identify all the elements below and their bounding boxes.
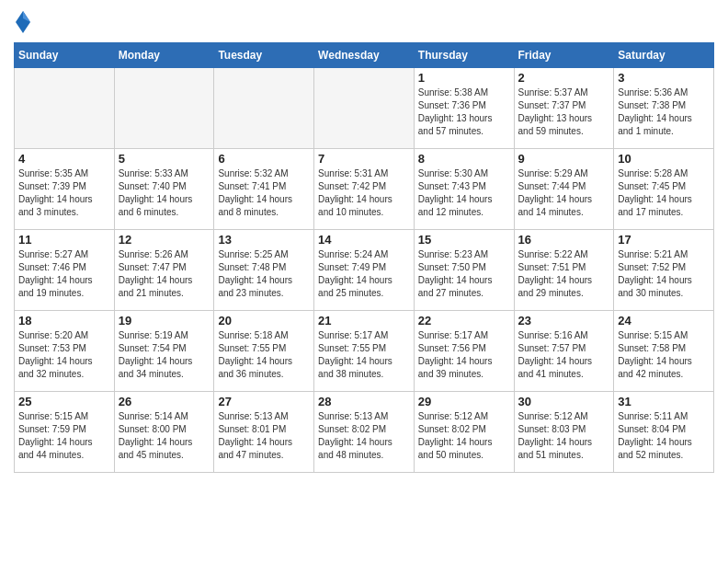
day-info: Sunrise: 5:31 AMSunset: 7:42 PMDaylight:…: [318, 167, 410, 219]
header-sunday: Sunday: [15, 43, 115, 68]
day-number: 16: [518, 233, 610, 247]
header-monday: Monday: [114, 43, 214, 68]
day-number: 11: [18, 233, 110, 247]
calendar-cell: 5Sunrise: 5:33 AMSunset: 7:40 PMDaylight…: [114, 149, 214, 230]
calendar-cell: 8Sunrise: 5:30 AMSunset: 7:43 PMDaylight…: [414, 149, 514, 230]
calendar-cell: 13Sunrise: 5:25 AMSunset: 7:48 PMDayligh…: [214, 230, 314, 311]
day-info: Sunrise: 5:32 AMSunset: 7:41 PMDaylight:…: [218, 167, 310, 219]
calendar-cell: [314, 68, 415, 149]
calendar-cell: 7Sunrise: 5:31 AMSunset: 7:42 PMDaylight…: [314, 149, 415, 230]
day-info: Sunrise: 5:33 AMSunset: 7:40 PMDaylight:…: [119, 167, 210, 219]
calendar-cell: 9Sunrise: 5:29 AMSunset: 7:44 PMDaylight…: [514, 149, 614, 230]
day-info: Sunrise: 5:12 AMSunset: 8:02 PMDaylight:…: [418, 410, 510, 462]
day-number: 9: [518, 152, 610, 166]
calendar-cell: 19Sunrise: 5:19 AMSunset: 7:54 PMDayligh…: [114, 311, 214, 392]
calendar-cell: 24Sunrise: 5:15 AMSunset: 7:58 PMDayligh…: [614, 311, 714, 392]
day-info: Sunrise: 5:29 AMSunset: 7:44 PMDaylight:…: [518, 167, 610, 219]
day-number: 4: [18, 152, 110, 166]
day-info: Sunrise: 5:37 AMSunset: 7:37 PMDaylight:…: [518, 86, 610, 138]
day-info: Sunrise: 5:14 AMSunset: 8:00 PMDaylight:…: [119, 410, 210, 462]
day-number: 24: [618, 314, 710, 327]
day-number: 26: [119, 395, 210, 408]
day-info: Sunrise: 5:35 AMSunset: 7:39 PMDaylight:…: [18, 167, 110, 219]
day-info: Sunrise: 5:17 AMSunset: 7:56 PMDaylight:…: [418, 329, 510, 381]
day-info: Sunrise: 5:13 AMSunset: 8:02 PMDaylight:…: [318, 410, 410, 462]
day-info: Sunrise: 5:21 AMSunset: 7:52 PMDaylight:…: [618, 248, 710, 300]
day-info: Sunrise: 5:15 AMSunset: 7:58 PMDaylight:…: [618, 329, 710, 381]
calendar-cell: 31Sunrise: 5:11 AMSunset: 8:04 PMDayligh…: [614, 392, 714, 473]
calendar-cell: 22Sunrise: 5:17 AMSunset: 7:56 PMDayligh…: [414, 311, 514, 392]
day-number: 8: [418, 152, 510, 166]
calendar-cell: 29Sunrise: 5:12 AMSunset: 8:02 PMDayligh…: [414, 392, 514, 473]
page-header: [14, 9, 714, 35]
day-info: Sunrise: 5:26 AMSunset: 7:47 PMDaylight:…: [119, 248, 210, 300]
day-info: Sunrise: 5:13 AMSunset: 8:01 PMDaylight:…: [218, 410, 310, 462]
calendar-cell: 25Sunrise: 5:15 AMSunset: 7:59 PMDayligh…: [15, 392, 115, 473]
day-number: 6: [218, 152, 310, 166]
day-number: 22: [418, 314, 510, 327]
calendar-cell: 28Sunrise: 5:13 AMSunset: 8:02 PMDayligh…: [314, 392, 415, 473]
calendar-cell: [214, 68, 314, 149]
day-number: 31: [618, 395, 710, 408]
header-saturday: Saturday: [614, 43, 714, 68]
day-number: 3: [618, 71, 710, 85]
calendar-cell: 30Sunrise: 5:12 AMSunset: 8:03 PMDayligh…: [514, 392, 614, 473]
calendar-cell: 11Sunrise: 5:27 AMSunset: 7:46 PMDayligh…: [15, 230, 115, 311]
calendar-cell: 21Sunrise: 5:17 AMSunset: 7:55 PMDayligh…: [314, 311, 415, 392]
day-number: 12: [119, 233, 210, 247]
day-info: Sunrise: 5:16 AMSunset: 7:57 PMDaylight:…: [518, 329, 610, 381]
week-row-2: 4Sunrise: 5:35 AMSunset: 7:39 PMDaylight…: [15, 149, 714, 230]
calendar-cell: [15, 68, 115, 149]
logo: [14, 9, 36, 35]
day-number: 27: [218, 395, 310, 408]
week-row-1: 1Sunrise: 5:38 AMSunset: 7:36 PMDaylight…: [15, 68, 714, 149]
calendar-cell: 18Sunrise: 5:20 AMSunset: 7:53 PMDayligh…: [15, 311, 115, 392]
day-number: 29: [418, 395, 510, 408]
day-info: Sunrise: 5:38 AMSunset: 7:36 PMDaylight:…: [418, 86, 510, 138]
day-number: 17: [618, 233, 710, 247]
header-friday: Friday: [514, 43, 614, 68]
day-number: 21: [318, 314, 410, 327]
day-number: 23: [518, 314, 610, 327]
calendar-cell: 16Sunrise: 5:22 AMSunset: 7:51 PMDayligh…: [514, 230, 614, 311]
week-row-3: 11Sunrise: 5:27 AMSunset: 7:46 PMDayligh…: [15, 230, 714, 311]
day-info: Sunrise: 5:23 AMSunset: 7:50 PMDaylight:…: [418, 248, 510, 300]
day-info: Sunrise: 5:11 AMSunset: 8:04 PMDaylight:…: [618, 410, 710, 462]
calendar-cell: 17Sunrise: 5:21 AMSunset: 7:52 PMDayligh…: [614, 230, 714, 311]
day-info: Sunrise: 5:20 AMSunset: 7:53 PMDaylight:…: [18, 329, 110, 381]
day-number: 7: [318, 152, 410, 166]
day-number: 25: [18, 395, 110, 408]
logo-icon: [14, 9, 32, 35]
day-number: 19: [119, 314, 210, 327]
calendar-cell: 20Sunrise: 5:18 AMSunset: 7:55 PMDayligh…: [214, 311, 314, 392]
week-row-4: 18Sunrise: 5:20 AMSunset: 7:53 PMDayligh…: [15, 311, 714, 392]
week-row-5: 25Sunrise: 5:15 AMSunset: 7:59 PMDayligh…: [15, 392, 714, 473]
day-number: 13: [218, 233, 310, 247]
day-info: Sunrise: 5:18 AMSunset: 7:55 PMDaylight:…: [218, 329, 310, 381]
day-info: Sunrise: 5:22 AMSunset: 7:51 PMDaylight:…: [518, 248, 610, 300]
calendar-cell: 3Sunrise: 5:36 AMSunset: 7:38 PMDaylight…: [614, 68, 714, 149]
calendar-cell: 10Sunrise: 5:28 AMSunset: 7:45 PMDayligh…: [614, 149, 714, 230]
day-info: Sunrise: 5:24 AMSunset: 7:49 PMDaylight:…: [318, 248, 410, 300]
day-number: 5: [119, 152, 210, 166]
header-tuesday: Tuesday: [214, 43, 314, 68]
day-number: 1: [418, 71, 510, 85]
header-wednesday: Wednesday: [314, 43, 415, 68]
calendar-cell: 1Sunrise: 5:38 AMSunset: 7:36 PMDaylight…: [414, 68, 514, 149]
day-info: Sunrise: 5:25 AMSunset: 7:48 PMDaylight:…: [218, 248, 310, 300]
calendar-cell: 14Sunrise: 5:24 AMSunset: 7:49 PMDayligh…: [314, 230, 415, 311]
calendar-cell: [114, 68, 214, 149]
day-number: 18: [18, 314, 110, 327]
day-number: 20: [218, 314, 310, 327]
calendar-cell: 4Sunrise: 5:35 AMSunset: 7:39 PMDaylight…: [15, 149, 115, 230]
calendar-cell: 12Sunrise: 5:26 AMSunset: 7:47 PMDayligh…: [114, 230, 214, 311]
day-info: Sunrise: 5:30 AMSunset: 7:43 PMDaylight:…: [418, 167, 510, 219]
day-info: Sunrise: 5:27 AMSunset: 7:46 PMDaylight:…: [18, 248, 110, 300]
day-info: Sunrise: 5:28 AMSunset: 7:45 PMDaylight:…: [618, 167, 710, 219]
day-info: Sunrise: 5:19 AMSunset: 7:54 PMDaylight:…: [119, 329, 210, 381]
day-number: 30: [518, 395, 610, 408]
calendar-table: SundayMondayTuesdayWednesdayThursdayFrid…: [14, 42, 714, 473]
calendar-cell: 2Sunrise: 5:37 AMSunset: 7:37 PMDaylight…: [514, 68, 614, 149]
day-info: Sunrise: 5:36 AMSunset: 7:38 PMDaylight:…: [618, 86, 710, 138]
calendar-header-row: SundayMondayTuesdayWednesdayThursdayFrid…: [15, 43, 714, 68]
